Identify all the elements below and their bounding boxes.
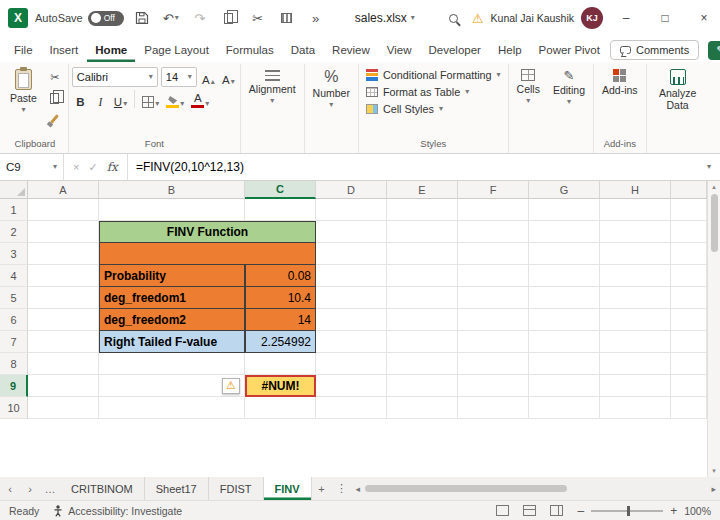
editing-mode-button[interactable]: ✎ ▾ [708,41,720,60]
row-header-7[interactable]: 7 [0,331,28,353]
zoom-level[interactable]: 100% [684,505,711,517]
cell[interactable] [28,287,99,309]
tab-power-pivot[interactable]: Power Pivot [531,40,608,62]
sheet-nav-right-icon[interactable]: › [20,477,40,500]
enter-button[interactable]: ✓ [88,161,97,174]
cell[interactable] [458,309,529,331]
row-header-9[interactable]: 9 [0,375,28,397]
col-header-d[interactable]: D [316,181,387,199]
cell[interactable] [671,331,707,353]
cell[interactable] [529,243,600,265]
cell[interactable] [387,287,458,309]
decrease-font-button[interactable]: A▾ [220,68,237,86]
row-header-3[interactable]: 3 [0,243,28,265]
cell[interactable] [529,265,600,287]
name-box[interactable]: C9 ▾ [0,154,64,180]
cell[interactable] [600,265,671,287]
cell[interactable] [316,309,387,331]
cell[interactable] [600,375,671,397]
cell[interactable] [245,199,316,221]
tab-help[interactable]: Help [490,40,530,62]
zoom-thumb[interactable] [627,506,630,516]
tab-data[interactable]: Data [283,40,323,62]
col-header-partial[interactable] [671,181,707,199]
cell[interactable] [387,243,458,265]
format-as-table-button[interactable]: Format as Table ▾ [362,84,505,100]
cell[interactable] [671,375,707,397]
sheet-tab-sheet17[interactable]: Sheet17 [145,477,209,500]
cell[interactable] [28,243,99,265]
row-header-8[interactable]: 8 [0,353,28,375]
user-avatar[interactable]: KJ [581,7,603,29]
document-title[interactable]: sales.xlsx ▾ [355,11,415,25]
cell[interactable] [600,199,671,221]
undo-button[interactable]: ↶▾ [160,6,182,30]
cell[interactable] [245,353,316,375]
cell[interactable] [28,309,99,331]
cell[interactable] [316,199,387,221]
page-break-view-icon[interactable] [550,505,563,516]
horizontal-scroll-thumb[interactable] [365,485,566,492]
cell[interactable] [671,265,707,287]
accessibility-status[interactable]: Accessibility: Investigate [53,505,182,517]
search-button[interactable] [443,6,465,30]
cell[interactable] [28,265,99,287]
cell-c6-value[interactable]: 14 [245,309,316,331]
sheet-tab-finv[interactable]: FINV [264,477,312,500]
cancel-button[interactable]: × [73,161,79,173]
font-size-select[interactable]: 14 ▾ [161,67,197,87]
formula-input[interactable]: =FINV(20,10^12,13) [128,154,698,180]
cell[interactable] [458,353,529,375]
copy-button[interactable] [45,89,65,107]
tab-developer[interactable]: Developer [421,40,489,62]
page-layout-view-icon[interactable] [523,505,536,516]
quick-access-chart-button[interactable] [276,6,298,30]
tab-view[interactable]: View [379,40,420,62]
horizontal-scrollbar[interactable]: ◂ ▸ [352,477,720,500]
cell[interactable] [316,331,387,353]
col-header-f[interactable]: F [458,181,529,199]
col-header-a[interactable]: A [28,181,99,199]
bold-button[interactable]: B [72,90,89,108]
cell[interactable] [387,199,458,221]
increase-font-button[interactable]: A▴ [200,68,217,86]
insert-function-button[interactable]: fx [107,160,118,174]
tab-formulas[interactable]: Formulas [218,40,282,62]
scroll-left-icon[interactable]: ◂ [356,484,361,494]
col-header-b[interactable]: B [99,181,245,199]
cell[interactable] [387,309,458,331]
cell[interactable] [28,331,99,353]
cell[interactable] [245,397,316,419]
cell[interactable] [316,243,387,265]
cell[interactable] [316,287,387,309]
zoom-slider[interactable] [591,510,663,512]
cell-b7-label[interactable]: Right Tailed F-value [99,331,245,353]
underline-button[interactable]: U▾ [112,90,129,108]
cell-b4-label[interactable]: Probability [99,265,245,287]
cell[interactable] [529,287,600,309]
cell-b9[interactable]: ⚠ [99,375,245,397]
cell-b6-label[interactable]: deg_freedom2 [99,309,245,331]
col-header-e[interactable]: E [387,181,458,199]
quick-access-overflow-button[interactable]: » [305,6,327,30]
sheet-more-icon[interactable]: … [40,477,60,500]
scroll-up-icon[interactable]: ▴ [712,183,716,191]
cell[interactable] [387,265,458,287]
cell[interactable] [458,243,529,265]
row-header-2[interactable]: 2 [0,221,28,243]
new-sheet-button[interactable]: + [312,477,332,500]
cell[interactable] [28,221,99,243]
cell[interactable] [28,199,99,221]
cell[interactable] [671,397,707,419]
cell-c7-value[interactable]: 2.254992 [245,331,316,353]
analyze-data-button[interactable]: Analyze Data [650,65,706,115]
autosave-control[interactable]: AutoSave Off [35,11,124,26]
cell[interactable] [458,287,529,309]
cell-b5-label[interactable]: deg_freedom1 [99,287,245,309]
select-all-corner[interactable] [0,181,28,199]
font-color-button[interactable]: A▾ [189,90,211,108]
col-header-h[interactable]: H [600,181,671,199]
cell[interactable] [671,199,707,221]
cell[interactable] [529,199,600,221]
cell[interactable] [529,397,600,419]
